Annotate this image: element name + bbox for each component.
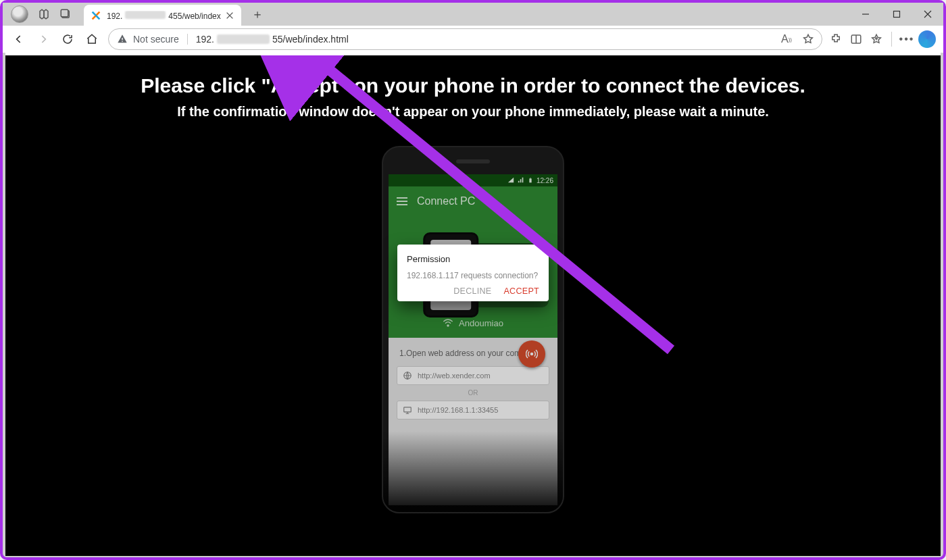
page-headline: Please click "Accept" on your phone in o… xyxy=(5,74,941,97)
new-tab-button[interactable]: ＋ xyxy=(248,5,267,24)
workspaces-icon[interactable] xyxy=(38,8,50,20)
svg-rect-3 xyxy=(894,11,900,18)
tab-close-icon[interactable] xyxy=(225,11,234,20)
svg-rect-15 xyxy=(404,407,412,412)
favorite-icon[interactable] xyxy=(799,30,818,49)
redacted-text xyxy=(125,11,166,19)
refresh-button[interactable] xyxy=(55,27,80,51)
svg-rect-5 xyxy=(122,41,122,42)
hotspot-icon xyxy=(526,348,538,360)
settings-menu-icon[interactable]: ••• xyxy=(897,30,916,49)
decline-button[interactable]: DECLINE xyxy=(453,286,491,296)
toolbar: Not secure 192.55/web/index.html A)) xyxy=(3,26,943,53)
app-header: Connect PC xyxy=(389,186,557,216)
phone-speaker xyxy=(456,159,490,163)
cell-icon xyxy=(518,177,524,184)
forward-button xyxy=(31,27,55,51)
profile-avatar[interactable] xyxy=(11,5,28,23)
titlebar-left-cluster xyxy=(3,5,72,23)
redacted-text xyxy=(217,34,270,44)
copilot-icon[interactable] xyxy=(918,30,937,49)
svg-rect-10 xyxy=(529,178,531,182)
dialog-title: Permission xyxy=(407,254,539,264)
collections-icon[interactable] xyxy=(867,30,886,49)
extensions-icon[interactable] xyxy=(826,30,845,49)
tab-actions-icon[interactable] xyxy=(59,8,72,20)
address-bar[interactable]: Not secure 192.55/web/index.html A)) xyxy=(108,28,822,50)
status-time: 12:26 xyxy=(537,177,553,184)
svg-rect-11 xyxy=(530,178,530,178)
accept-button[interactable]: ACCEPT xyxy=(503,286,539,296)
maximize-button[interactable] xyxy=(881,3,912,26)
wifi-row: Andoumiao xyxy=(389,313,557,332)
dialog-body: 192.168.1.117 requests connection? xyxy=(407,270,539,282)
split-screen-icon[interactable] xyxy=(847,30,866,49)
back-button[interactable] xyxy=(7,27,31,51)
wifi-name: Andoumiao xyxy=(459,318,503,328)
android-statusbar: 12:26 xyxy=(389,174,557,186)
phone-screen: 12:26 Connect PC Andoumiao xyxy=(389,174,557,505)
web-url-row: http://web.xender.com xyxy=(397,366,549,385)
computer-icon xyxy=(403,405,412,415)
app-header-title: Connect PC xyxy=(417,195,475,207)
hamburger-icon xyxy=(397,197,407,205)
hotspot-fab xyxy=(518,340,545,367)
wifi-icon xyxy=(443,319,453,327)
svg-rect-1 xyxy=(61,9,68,17)
or-label: OR xyxy=(389,389,557,397)
ip-url-row: http://192.168.1.1:33455 xyxy=(397,401,549,419)
svg-point-13 xyxy=(531,353,533,355)
web-url-2: http://192.168.1.1:33455 xyxy=(418,406,498,414)
toolbar-right-icons: ••• xyxy=(826,30,939,49)
url-text: 192.55/web/index.html xyxy=(196,34,349,45)
viewport: Please click "Accept" on your phone in o… xyxy=(5,53,941,555)
home-button[interactable] xyxy=(80,27,104,51)
svg-point-12 xyxy=(447,325,449,326)
minimize-button[interactable] xyxy=(850,3,881,26)
signal-icon xyxy=(507,177,514,184)
separator xyxy=(891,32,892,47)
xender-favicon-icon xyxy=(91,10,101,21)
not-secure-icon xyxy=(117,34,128,45)
battery-icon xyxy=(528,177,533,184)
svg-rect-4 xyxy=(122,38,122,40)
tab-title: 192.455/web/index xyxy=(107,11,221,21)
page-content: Please click "Accept" on your phone in o… xyxy=(5,55,941,556)
window-controls xyxy=(850,3,943,26)
phone-mockup: 12:26 Connect PC Andoumiao xyxy=(382,146,564,513)
close-window-button[interactable] xyxy=(912,3,943,26)
dialog-actions: DECLINE ACCEPT xyxy=(407,286,539,296)
page-subline: If the confirmation window doesn't appea… xyxy=(5,104,941,120)
not-secure-label: Not secure xyxy=(133,34,188,45)
web-url-1: http://web.xender.com xyxy=(418,372,491,380)
window-titlebar: 192.455/web/index ＋ xyxy=(3,3,943,26)
permission-dialog: Permission 192.168.1.117 requests connec… xyxy=(397,245,549,301)
globe-icon xyxy=(403,371,412,380)
read-aloud-icon[interactable]: A)) xyxy=(777,30,796,49)
annotation-border: 192.455/web/index ＋ xyxy=(0,0,946,560)
browser-tab[interactable]: 192.455/web/index xyxy=(84,5,241,26)
